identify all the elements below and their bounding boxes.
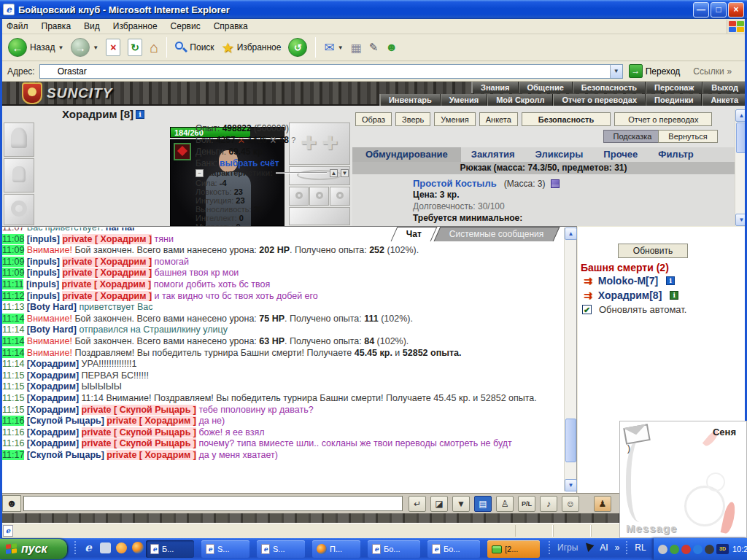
chat-sender[interactable]: hai hai bbox=[106, 228, 135, 233]
forward-button[interactable]: → ▼ bbox=[67, 36, 102, 58]
filter-icon[interactable]: ▼ bbox=[452, 496, 470, 512]
print-button[interactable]: ▦ bbox=[347, 39, 365, 56]
smiley-icon[interactable]: ☺ bbox=[562, 496, 579, 512]
mail-button[interactable]: ✉ ▼ bbox=[320, 39, 347, 57]
tab-elixirs[interactable]: Эликсиры bbox=[525, 147, 594, 162]
task-fight-club[interactable]: eБ... bbox=[146, 540, 194, 558]
player-link[interactable]: Moloko-M[7] bbox=[598, 275, 658, 287]
slot-ring-2[interactable] bbox=[309, 187, 329, 206]
toolbar-handle[interactable] bbox=[74, 541, 77, 554]
task-messenger-alert[interactable]: [2... bbox=[487, 540, 540, 558]
task-window[interactable]: eБо... bbox=[368, 540, 420, 558]
player-info-icon[interactable]: i bbox=[670, 291, 678, 300]
tab-system-messages[interactable]: Системные сообщения bbox=[434, 227, 560, 241]
chat-sender[interactable]: [inpuls] bbox=[27, 234, 63, 244]
nav-communication[interactable]: Общение bbox=[519, 82, 573, 93]
menu-view[interactable]: Вид bbox=[77, 20, 107, 33]
messenger-popup[interactable]: Сеня ) Message bbox=[619, 421, 747, 538]
ie-quicklaunch-icon[interactable]: e bbox=[82, 541, 95, 554]
menu-tools[interactable]: Сервис bbox=[164, 20, 207, 33]
toolbar-handle[interactable] bbox=[626, 541, 628, 554]
slot-gloves[interactable] bbox=[4, 158, 34, 192]
menu-favorites[interactable]: Избранное bbox=[107, 20, 164, 33]
slot-ring-1[interactable] bbox=[289, 187, 309, 206]
back-button[interactable]: ← Назад ▼ bbox=[4, 36, 67, 58]
agent-icon[interactable] bbox=[670, 545, 679, 554]
stats-up-icon[interactable]: ▲ bbox=[330, 169, 338, 177]
chat-sender[interactable]: [Хорадрим] bbox=[27, 405, 82, 415]
chat-sender[interactable]: [Хорадрим] bbox=[27, 427, 82, 438]
task-window[interactable]: eS... bbox=[257, 540, 305, 558]
task-media-player[interactable]: П... bbox=[312, 540, 360, 558]
gift-icon[interactable] bbox=[551, 179, 560, 188]
task-window[interactable]: eБо... bbox=[427, 540, 480, 558]
chat-sender[interactable]: [Хорадрим] bbox=[27, 393, 79, 403]
tab-equipment[interactable]: Обмундирование bbox=[352, 147, 461, 162]
profile-icon[interactable]: ♟ bbox=[594, 496, 611, 512]
restore-button[interactable]: □ bbox=[711, 2, 727, 18]
tab-other[interactable]: Прочее bbox=[593, 147, 648, 162]
nav-security[interactable]: Безопасность bbox=[573, 82, 646, 93]
tab-spells[interactable]: Заклятия bbox=[461, 147, 525, 162]
chat-sender[interactable]: [inpuls] bbox=[27, 268, 63, 278]
transfer-report-button[interactable]: Отчет о переводах bbox=[614, 112, 712, 126]
favorites-button[interactable]: ★ Избранное bbox=[218, 38, 285, 58]
slot-ring-3[interactable] bbox=[330, 187, 350, 206]
chat-sender[interactable]: [Скупой Рыцарь] bbox=[27, 416, 107, 426]
bird-icon[interactable] bbox=[584, 542, 595, 553]
return-button[interactable]: Вернуться bbox=[658, 130, 718, 143]
refresh-button[interactable]: Обновить bbox=[618, 244, 688, 258]
item-name-link[interactable]: Простой Костыль bbox=[413, 178, 497, 189]
chat-sender[interactable]: [Хорадрим] bbox=[27, 370, 79, 381]
address-dropdown-icon[interactable]: ▼ bbox=[610, 65, 622, 78]
language-indicator[interactable]: RL bbox=[635, 542, 646, 553]
security-button[interactable]: Безопасность bbox=[522, 112, 611, 126]
chat-scroll-up-icon[interactable]: ▲ bbox=[565, 228, 577, 240]
menu-help[interactable]: Справка bbox=[207, 20, 255, 33]
info-tray-icon[interactable] bbox=[693, 545, 703, 554]
send-icon[interactable]: ↵ bbox=[409, 496, 426, 512]
slot-earrings[interactable]: ✚ ✚ bbox=[289, 122, 350, 165]
character-name-text[interactable]: Хорадрим [8] bbox=[62, 108, 133, 120]
slot-weapon[interactable] bbox=[289, 207, 350, 225]
character-info-icon[interactable]: i bbox=[136, 110, 144, 119]
runner-icon[interactable]: ♙ bbox=[496, 496, 514, 512]
nav-scroll[interactable]: Мой Скролл bbox=[487, 94, 553, 106]
nav-skills[interactable]: Умения bbox=[441, 94, 487, 106]
show-desktop-icon[interactable] bbox=[100, 542, 111, 553]
chat-sender[interactable]: [inpuls] bbox=[27, 257, 63, 267]
links-label[interactable]: Ссылки bbox=[693, 66, 724, 77]
xfr-3d-icon[interactable]: 3D bbox=[716, 544, 729, 554]
chat-scrollbar[interactable]: ▲ ▼ bbox=[564, 228, 576, 491]
winamp-icon[interactable] bbox=[116, 542, 127, 553]
auto-refresh-checkbox[interactable]: ✔ bbox=[582, 305, 592, 314]
translit-toggle-icon[interactable]: P/L bbox=[518, 496, 535, 512]
player-link[interactable]: Хорадрим[8] bbox=[598, 289, 662, 301]
address-input[interactable] bbox=[40, 66, 610, 77]
nav-inventory[interactable]: Инвентарь bbox=[380, 94, 441, 106]
collapse-icon[interactable]: − bbox=[196, 169, 204, 177]
draw-icon[interactable]: ♪ bbox=[540, 496, 557, 512]
stop-button[interactable]: × bbox=[102, 37, 124, 58]
chat-scroll-down-icon[interactable]: ▼ bbox=[565, 479, 577, 491]
menu-file[interactable]: Файл bbox=[0, 20, 35, 33]
chat-sender[interactable]: [Хорадрим] bbox=[27, 359, 79, 369]
address-field[interactable]: ▼ bbox=[39, 64, 623, 79]
chat-sender[interactable]: [Boty Hard] bbox=[27, 302, 77, 312]
nav-knowledge[interactable]: Знания bbox=[472, 82, 518, 93]
forward-dropdown-icon[interactable]: ▼ bbox=[93, 44, 98, 51]
popup-sender-name[interactable]: Сеня bbox=[620, 427, 736, 438]
games-toolbar-label[interactable]: Игры bbox=[557, 542, 578, 553]
media-player-icon[interactable] bbox=[132, 542, 144, 553]
slot-helmet[interactable] bbox=[4, 122, 34, 157]
private-book-icon[interactable]: ▤ bbox=[474, 496, 492, 512]
home-button[interactable]: ⌂ bbox=[146, 38, 162, 58]
ai-toolbar-label[interactable]: AI bbox=[600, 542, 608, 553]
nav-character[interactable]: Персонаж bbox=[646, 82, 703, 93]
bank-link[interactable]: выбрать счёт bbox=[220, 158, 279, 168]
start-button[interactable]: пуск bbox=[0, 539, 67, 559]
nav-exit[interactable]: Выход bbox=[703, 82, 747, 93]
chat-sender[interactable]: [Скупой Рыцарь] bbox=[27, 450, 107, 460]
tab-chat[interactable]: Чат bbox=[391, 227, 438, 241]
player-tray-icon[interactable] bbox=[705, 545, 714, 554]
